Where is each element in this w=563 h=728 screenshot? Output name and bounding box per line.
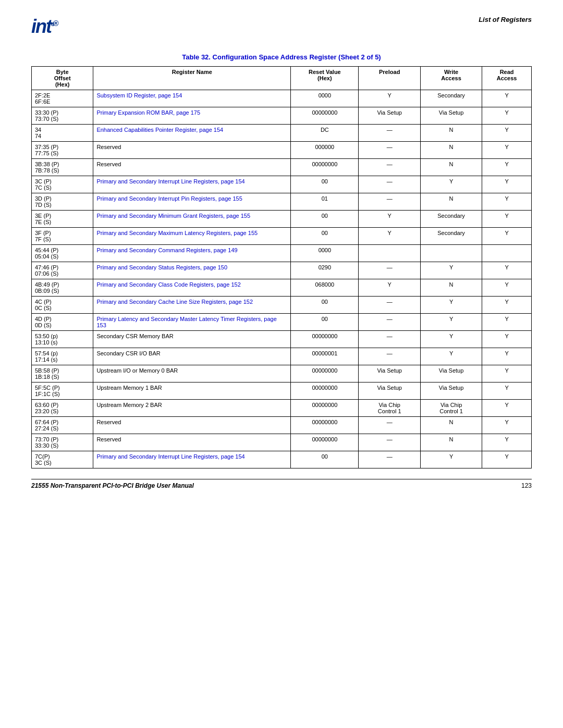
cell-read-access: Y	[482, 348, 532, 365]
cell-reset-value: 0000	[291, 90, 359, 107]
col-header-read: ReadAccess	[482, 67, 532, 90]
cell-preload: —	[359, 193, 420, 211]
cell-offset: 47:46 (P)07:06 (S)	[32, 262, 93, 279]
cell-preload: —	[359, 142, 420, 159]
table-row: 73:70 (P)33:30 (S)Reserved00000000—NY	[32, 434, 532, 451]
cell-offset: 3B:38 (P)7B:78 (S)	[32, 159, 93, 176]
col-header-write: WriteAccess	[420, 67, 482, 90]
table-row: 57:54 (p)17:14 (s)Secondary CSR I/O BAR0…	[32, 348, 532, 365]
register-table: ByteOffset(Hex) Register Name Reset Valu…	[31, 66, 532, 468]
cell-register-name[interactable]: Primary and Secondary Command Registers,…	[93, 245, 291, 262]
cell-preload: —	[359, 176, 420, 193]
cell-reset-value: 00	[291, 314, 359, 331]
cell-preload: —	[359, 125, 420, 142]
cell-register-name: Upstream Memory 1 BAR	[93, 382, 291, 400]
cell-register-name[interactable]: Primary and Secondary Interrupt Line Reg…	[93, 451, 291, 468]
cell-register-name: Upstream I/O or Memory 0 BAR	[93, 365, 291, 382]
cell-reset-value: 00	[291, 297, 359, 314]
table-row: 53:50 (p)13:10 (s)Secondary CSR Memory B…	[32, 331, 532, 348]
cell-offset: 5F:5C (P)1F:1C (S)	[32, 382, 93, 400]
table-row: 47:46 (P)07:06 (S)Primary and Secondary …	[32, 262, 532, 279]
cell-preload: Via Setup	[359, 382, 420, 400]
cell-read-access: Y	[482, 176, 532, 193]
table-row: 3474Enhanced Capabilities Pointer Regist…	[32, 125, 532, 142]
cell-reset-value: 00000000	[291, 331, 359, 348]
cell-reset-value: DC	[291, 125, 359, 142]
cell-write-access: N	[420, 159, 482, 176]
cell-register-name: Secondary CSR Memory BAR	[93, 331, 291, 348]
cell-register-name[interactable]: Subsystem ID Register, page 154	[93, 90, 291, 107]
cell-register-name[interactable]: Primary Latency and Secondary Master Lat…	[93, 314, 291, 331]
cell-register-name[interactable]: Primary and Secondary Status Registers, …	[93, 262, 291, 279]
cell-preload: —	[359, 348, 420, 365]
cell-register-name[interactable]: Primary and Secondary Maximum Latency Re…	[93, 228, 291, 245]
cell-preload: Y	[359, 228, 420, 245]
cell-read-access: Y	[482, 417, 532, 434]
cell-register-name[interactable]: Primary and Secondary Interrupt Line Reg…	[93, 176, 291, 193]
cell-offset: 45:44 (P)05:04 (S)	[32, 245, 93, 262]
cell-offset: 37:35 (P)77:75 (S)	[32, 142, 93, 159]
cell-register-name: Secondary CSR I/O BAR	[93, 348, 291, 365]
cell-read-access: Y	[482, 107, 532, 125]
cell-register-name[interactable]: Primary and Secondary Cache Line Size Re…	[93, 297, 291, 314]
cell-reset-value: 00000000	[291, 400, 359, 417]
cell-register-name: Reserved	[93, 417, 291, 434]
cell-read-access: Y	[482, 279, 532, 297]
cell-register-name[interactable]: Primary and Secondary Class Code Registe…	[93, 279, 291, 297]
cell-read-access: Y	[482, 382, 532, 400]
cell-read-access: Y	[482, 211, 532, 228]
cell-preload: Y	[359, 279, 420, 297]
cell-register-name[interactable]: Primary Expansion ROM BAR, page 175	[93, 107, 291, 125]
cell-preload: —	[359, 417, 420, 434]
cell-register-name[interactable]: Primary and Secondary Minimum Grant Regi…	[93, 211, 291, 228]
col-header-name: Register Name	[93, 67, 291, 90]
table-row: 67:64 (P)27:24 (S)Reserved00000000—NY	[32, 417, 532, 434]
cell-offset: 3474	[32, 125, 93, 142]
col-header-reset: Reset Value(Hex)	[291, 67, 359, 90]
cell-reset-value: 00000000	[291, 434, 359, 451]
cell-read-access: Y	[482, 262, 532, 279]
table-row: 7C(P)3C (S)Primary and Secondary Interru…	[32, 451, 532, 468]
table-row: 5B:58 (P)1B:18 (S)Upstream I/O or Memory…	[32, 365, 532, 382]
cell-write-access: Via ChipControl 1	[420, 400, 482, 417]
cell-read-access: Y	[482, 228, 532, 245]
table-row: 2F:2E6F:6ESubsystem ID Register, page 15…	[32, 90, 532, 107]
cell-write-access: Y	[420, 451, 482, 468]
cell-register-name[interactable]: Primary and Secondary Interrupt Pin Regi…	[93, 193, 291, 211]
table-row: 4B:49 (P)0B:09 (S)Primary and Secondary …	[32, 279, 532, 297]
cell-read-access: Y	[482, 451, 532, 468]
cell-preload: Via ChipControl 1	[359, 400, 420, 417]
cell-register-name: Reserved	[93, 142, 291, 159]
cell-write-access: Secondary	[420, 228, 482, 245]
cell-preload: —	[359, 331, 420, 348]
cell-offset: 63:60 (P)23:20 (S)	[32, 400, 93, 417]
cell-register-name: Reserved	[93, 434, 291, 451]
cell-preload: —	[359, 262, 420, 279]
cell-write-access: N	[420, 434, 482, 451]
cell-preload: —	[359, 451, 420, 468]
intel-logo: intel®	[31, 16, 58, 38]
table-row: 33:30 (P)73:70 (S)Primary Expansion ROM …	[32, 107, 532, 125]
cell-read-access: Y	[482, 434, 532, 451]
cell-write-access: N	[420, 417, 482, 434]
cell-preload: —	[359, 159, 420, 176]
cell-preload: —	[359, 314, 420, 331]
footer-manual-title: 21555 Non-Transparent PCI-to-PCI Bridge …	[31, 482, 194, 489]
cell-preload: —	[359, 297, 420, 314]
cell-read-access: Y	[482, 193, 532, 211]
col-header-offset: ByteOffset(Hex)	[32, 67, 93, 90]
cell-write-access: Y	[420, 348, 482, 365]
page-header: intel® List of Registers	[31, 16, 532, 38]
table-row: 4D (P)0D (S)Primary Latency and Secondar…	[32, 314, 532, 331]
cell-offset: 53:50 (p)13:10 (s)	[32, 331, 93, 348]
cell-offset: 67:64 (P)27:24 (S)	[32, 417, 93, 434]
cell-read-access: Y	[482, 159, 532, 176]
cell-write-access: Y	[420, 297, 482, 314]
cell-write-access	[420, 245, 482, 262]
cell-register-name[interactable]: Enhanced Capabilities Pointer Register, …	[93, 125, 291, 142]
cell-reset-value: 00000000	[291, 107, 359, 125]
cell-reset-value: 000000	[291, 142, 359, 159]
cell-preload: Via Setup	[359, 107, 420, 125]
table-row: 4C (P)0C (S)Primary and Secondary Cache …	[32, 297, 532, 314]
page-number: 123	[521, 482, 532, 489]
